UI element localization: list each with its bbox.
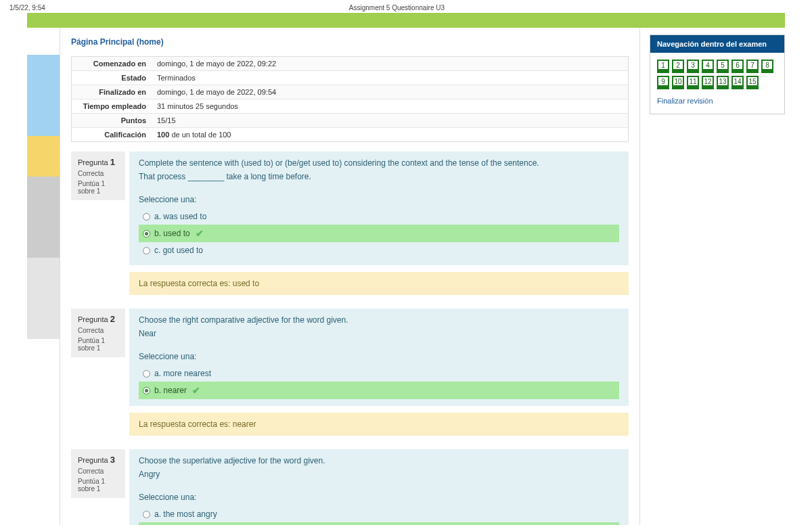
nav-question-button[interactable]: 2 — [672, 60, 684, 73]
question-prompt: Choose the superlative adjective for the… — [129, 449, 629, 488]
question-block: Pregunta 3CorrectaPuntúa 1 sobre 1Choose… — [71, 449, 629, 525]
top-green-bar — [27, 13, 785, 28]
summary-value: domingo, 1 de mayo de 2022, 09:54 — [152, 85, 628, 99]
quiz-nav-grid: 123456789101112131415 — [657, 60, 777, 89]
nav-question-button[interactable]: 13 — [717, 76, 729, 89]
radio-icon — [143, 213, 150, 221]
nav-question-button[interactable]: 12 — [702, 76, 714, 89]
question-body: Complete the sentence with (used to) or … — [129, 152, 629, 295]
question-state: Correcta — [78, 327, 118, 334]
summary-label: Estado — [72, 71, 152, 85]
nav-question-button[interactable]: 14 — [731, 76, 744, 89]
radio-icon — [143, 247, 150, 254]
answer-text: b. used to — [154, 229, 190, 238]
summary-value: domingo, 1 de mayo de 2022, 09:22 — [152, 57, 628, 70]
nav-question-button[interactable]: 4 — [702, 60, 714, 73]
summary-label: Comenzado en — [72, 57, 152, 70]
question-grade: Puntúa 1 sobre 1 — [78, 337, 118, 352]
nav-question-button[interactable]: 7 — [746, 60, 759, 73]
summary-value: Terminados — [152, 71, 628, 85]
radio-icon — [143, 230, 150, 237]
select-one-label: Seleccione una: — [139, 493, 619, 502]
right-sidebar: Navegación dentro del examen 12345678910… — [650, 28, 785, 525]
summary-row: Calificación100 de un total de 100 — [72, 128, 628, 141]
quiz-nav-panel: Navegación dentro del examen 12345678910… — [650, 35, 785, 114]
print-datetime: 1/5/22, 9:54 — [9, 4, 45, 12]
answer-option[interactable]: c. got used to — [139, 242, 619, 258]
nav-question-button[interactable]: 9 — [657, 76, 669, 89]
summary-row: Comenzado endomingo, 1 de mayo de 2022, … — [72, 57, 628, 71]
answer-option[interactable]: b. nearer✔ — [139, 382, 619, 399]
breadcrumb: Página Principal (home) — [71, 35, 629, 56]
quiz-nav-title: Navegación dentro del examen — [650, 35, 784, 53]
answer-option[interactable]: b. the angriest✔ — [139, 522, 619, 525]
nav-question-button[interactable]: 6 — [731, 60, 744, 73]
question-options: Seleccione una:a. more nearestb. nearer✔ — [129, 348, 629, 406]
answer-option[interactable]: a. more nearest — [139, 365, 619, 382]
finish-review-link[interactable]: Finalizar revisión — [657, 97, 713, 105]
summary-value: 100 de un total de 100 — [152, 128, 628, 141]
summary-label: Puntos — [72, 114, 152, 127]
print-header: 1/5/22, 9:54 Assignment 5 Questionnaire … — [0, 0, 812, 13]
nav-question-button[interactable]: 1 — [657, 60, 669, 73]
nav-question-button[interactable]: 3 — [687, 60, 699, 73]
question-feedback: La respuesta correcta es: nearer — [129, 413, 629, 436]
question-state: Correcta — [78, 467, 118, 475]
nav-question-button[interactable]: 8 — [761, 60, 773, 73]
radio-icon — [143, 387, 150, 394]
breadcrumb-home-link[interactable]: Página Principal (home) — [71, 37, 164, 47]
left-color-strip — [27, 28, 60, 525]
answer-text: b. nearer — [154, 386, 187, 395]
answer-text: c. got used to — [154, 246, 203, 255]
question-number: Pregunta 3 — [78, 455, 118, 465]
answer-text: a. the most angry — [154, 509, 217, 519]
nav-question-button[interactable]: 10 — [672, 76, 684, 89]
answer-text: a. was used to — [154, 212, 206, 221]
summary-value: 15/15 — [152, 114, 628, 127]
question-options: Seleccione una:a. was used tob. used to✔… — [129, 191, 629, 265]
main-content: Página Principal (home) Comenzado endomi… — [60, 28, 640, 525]
answer-text: a. more nearest — [154, 369, 211, 378]
question-options: Seleccione una:a. the most angryb. the a… — [129, 488, 629, 525]
summary-label: Calificación — [72, 128, 152, 141]
summary-row: EstadoTerminados — [72, 71, 628, 85]
question-block: Pregunta 1CorrectaPuntúa 1 sobre 1Comple… — [71, 152, 629, 295]
answer-option[interactable]: a. was used to — [139, 208, 619, 225]
nav-question-button[interactable]: 15 — [746, 76, 759, 89]
select-one-label: Seleccione una: — [139, 195, 619, 204]
question-prompt: Complete the sentence with (used to) or … — [129, 152, 629, 191]
check-icon: ✔ — [196, 228, 204, 239]
summary-value: 31 minutos 25 segundos — [152, 99, 628, 113]
question-block: Pregunta 2CorrectaPuntúa 1 sobre 1Choose… — [71, 309, 629, 436]
question-grade: Puntúa 1 sobre 1 — [78, 478, 118, 493]
question-grade: Puntúa 1 sobre 1 — [78, 180, 118, 195]
question-body: Choose the superlative adjective for the… — [129, 449, 629, 525]
select-one-label: Seleccione una: — [139, 352, 619, 361]
nav-question-button[interactable]: 11 — [687, 76, 699, 89]
question-feedback: La respuesta correcta es: used to — [129, 272, 629, 295]
question-prompt: Choose the right comparative adjective f… — [129, 309, 629, 348]
answer-option[interactable]: a. the most angry — [139, 506, 619, 522]
summary-row: Tiempo empleado31 minutos 25 segundos — [72, 99, 628, 114]
attempt-summary-table: Comenzado endomingo, 1 de mayo de 2022, … — [71, 56, 629, 142]
question-info: Pregunta 2CorrectaPuntúa 1 sobre 1 — [71, 309, 125, 357]
question-number: Pregunta 1 — [78, 157, 118, 167]
question-info: Pregunta 1CorrectaPuntúa 1 sobre 1 — [71, 152, 125, 200]
radio-icon — [143, 370, 150, 378]
print-title: Assignment 5 Questionnaire U3 — [349, 4, 445, 12]
summary-row: Finalizado endomingo, 1 de mayo de 2022,… — [72, 85, 628, 99]
nav-question-button[interactable]: 5 — [717, 60, 729, 73]
summary-row: Puntos15/15 — [72, 114, 628, 128]
question-number: Pregunta 2 — [78, 314, 118, 324]
answer-option[interactable]: b. used to✔ — [139, 225, 619, 242]
summary-label: Tiempo empleado — [72, 99, 152, 113]
question-state: Correcta — [78, 170, 118, 177]
radio-icon — [143, 511, 150, 518]
check-icon: ✔ — [192, 385, 200, 396]
question-body: Choose the right comparative adjective f… — [129, 309, 629, 436]
question-info: Pregunta 3CorrectaPuntúa 1 sobre 1 — [71, 449, 125, 498]
summary-label: Finalizado en — [72, 85, 152, 99]
